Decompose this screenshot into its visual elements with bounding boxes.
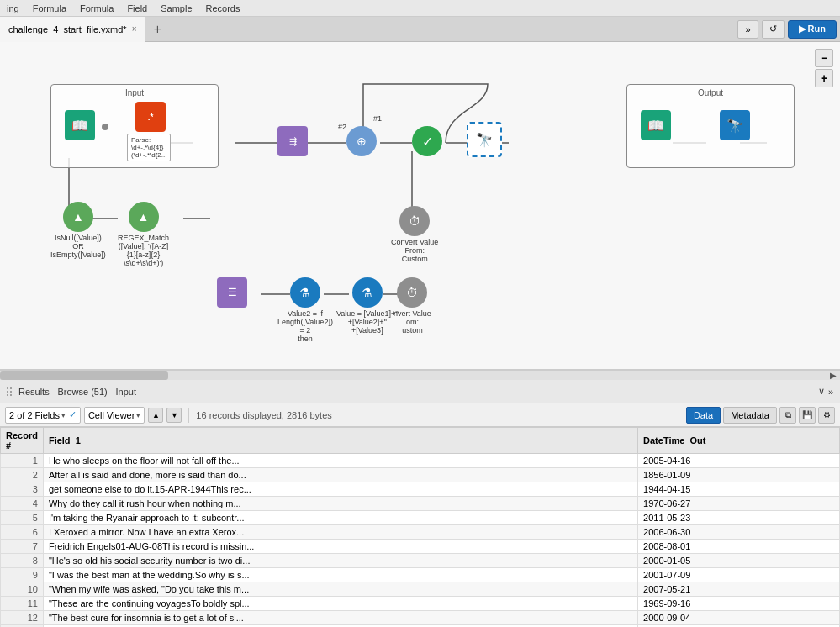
table-row[interactable]: 11"These are the continuing voyagesTo bo… [1,597,840,611]
filter-icon-1[interactable]: ▲ [63,202,93,232]
table-row[interactable]: 4Why do they call it rush hour when noth… [1,497,840,511]
table-row[interactable]: 1He who sleeps on the floor will not fal… [1,454,840,468]
fields-check: ✓ [69,409,77,420]
scroll-right-btn[interactable]: ▶ [830,371,837,380]
output-container: Output 📖 🔭 [626,84,795,168]
field1-cell: "When my wife was asked, "Do you take th… [43,582,637,597]
record-num-cell: 11 [1,597,44,611]
datetime-cell: 1856-01-09 [638,468,840,482]
flask-icon-2[interactable]: ⚗ [352,277,383,308]
record-num-cell: 12 [1,611,44,625]
check-icon[interactable]: ✓ [412,126,442,156]
timer-icon-1[interactable]: ⏱ [397,277,427,308]
book-icon: 📖 [71,118,88,134]
check-node: ✓ [412,126,442,156]
save-icon-btn[interactable]: 💾 [799,407,816,424]
field1-cell: I'm taking the Ryanair approach to it: s… [43,511,637,525]
output-browse-node: 🔭 [720,110,750,140]
table-row[interactable]: 10"When my wife was asked, "Do you take … [1,582,840,597]
table-row[interactable]: 8"He's so old his social security number… [1,554,840,568]
flask-icon-1[interactable]: ⚗ [290,277,320,308]
settings-icon-btn[interactable]: ⚙ [818,407,835,424]
join-icon[interactable]: ⊕ [346,126,377,156]
record-num-cell: 10 [1,582,44,597]
table-row[interactable]: 9"I was the best man at the wedding.So w… [1,568,840,582]
canvas-area[interactable]: Input 📖 .* Parse:\d+-.*\d{4}}(\d+-.*\d{2… [0,42,840,370]
fields-selector[interactable]: 2 of 2 Fields ▾ ✓ [5,407,81,424]
timer-node-2: ⏱ Convert ValueFrom:Custom [391,206,438,263]
viewer-selector[interactable]: Cell Viewer ▾ [84,407,145,424]
timer-icon-2[interactable]: ⏱ [399,206,430,236]
table-header: Record # Field_1 DateTime_Out [1,428,840,454]
datetime-cell: 2005-04-16 [638,454,840,468]
datetime-cell: 2007-05-21 [638,582,840,597]
regex-icon-input[interactable]: .* [135,102,166,132]
record-num-cell: 6 [1,525,44,540]
table-row[interactable]: 12"The best cure for insomnia is to get … [1,611,840,625]
filter-icon-2[interactable]: ▲ [129,202,159,232]
fields-label: 2 of 2 Fields [9,410,60,420]
table-row[interactable]: 2After all is said and done, more is sai… [1,468,840,482]
table-row[interactable]: 5I'm taking the Ryanair approach to it: … [1,511,840,525]
datetime-cell: 2000-09-04 [638,611,840,625]
record-info: 16 records displayed, 2816 bytes [196,410,331,420]
timer-label-2: Convert ValueFrom:Custom [391,238,438,263]
fields-chevron[interactable]: ▾ [61,411,66,419]
viewer-chevron[interactable]: ▾ [136,411,140,419]
table-row[interactable]: 6I Xeroxed a mirror. Now I have an extra… [1,525,840,540]
menu-item-sample[interactable]: Sample [161,3,192,13]
canvas-scroll-thumb[interactable] [0,371,168,380]
table-row[interactable]: 3get someone else to do it.15-APR-1944Th… [1,482,840,497]
sort-down-btn[interactable]: ▼ [166,408,182,423]
results-toolbar: 2 of 2 Fields ▾ ✓ Cell Viewer ▾ ▲ ▼ 16 r… [0,403,840,427]
filter-label-2: REGEX_Match([Value], '([A-Z]{1}[a-z]{2}\… [118,234,169,267]
viewer-label: Cell Viewer [88,410,135,420]
sequence-icon[interactable]: ⇶ [277,126,308,156]
overflow-button[interactable]: » [737,20,758,39]
zoom-plus-btn[interactable]: + [815,69,833,87]
col-header-field1[interactable]: Field_1 [43,428,637,454]
menu-item-ing[interactable]: ing [7,3,19,13]
menu-item-formula1[interactable]: Formula [33,3,66,13]
sort-up-btn[interactable]: ▲ [148,408,163,423]
tab-add-button[interactable]: + [145,18,169,41]
data-table[interactable]: Record # Field_1 DateTime_Out 1He who sl… [0,427,840,627]
zoom-minus-btn[interactable]: − [815,49,833,67]
table-row[interactable]: 7Freidrich Engels01-AUG-08This record is… [1,540,840,554]
output-browse-icon[interactable]: 🔭 [720,110,750,140]
data-tab[interactable]: Data [686,407,721,424]
field1-cell: I Xeroxed a mirror. Now I have an extra … [43,525,637,540]
run-button[interactable]: ▶ Run [788,20,837,39]
field1-cell: "I was the best man at the wedding.So wh… [43,568,637,582]
tab-close-btn[interactable]: × [132,24,137,34]
record-num-cell: 9 [1,568,44,582]
drag-handle[interactable] [7,387,12,396]
datetime-cell: 1969-09-16 [638,597,840,611]
copy-icon-btn[interactable]: ⧉ [779,407,796,424]
right-buttons: Data Metadata ⧉ 💾 ⚙ [686,407,835,424]
separator-1 [188,408,189,423]
metadata-tab[interactable]: Metadata [723,407,777,424]
col-header-datetime[interactable]: DateTime_Out [638,428,840,454]
field1-cell: "These are the continuing voyagesTo bold… [43,597,637,611]
menu-item-field[interactable]: Field [127,3,147,13]
history-button[interactable]: ↺ [762,20,785,39]
flask-label-1: Value2 = ifLength([Value2])= 2then [277,309,333,343]
timer-node-1: ⏱ nvert Valueom:ustom [394,277,431,335]
output-title: Output [698,88,723,97]
output-input-icon[interactable]: 📖 [641,110,671,140]
join-label-1: #1 [373,114,382,123]
results-expand-icon[interactable]: » [828,387,833,397]
field1-cell: get someone else to do it.15-APR-1944Thi… [43,482,637,497]
canvas-scrollbar[interactable]: ◀ ▶ [0,370,840,380]
select-icon[interactable]: ☰ [217,277,247,308]
input-node-icon[interactable]: 📖 [65,110,95,140]
main-tab[interactable]: challenge_4_start_file.yxmd* × [0,17,145,42]
browse-main-icon[interactable]: 🔭 [467,122,502,157]
results-panel: Results - Browse (51) - Input ∨ » 2 of 2… [0,380,840,627]
menu-item-formula2[interactable]: Formula [80,3,114,13]
results-collapse-icon[interactable]: ∨ [818,386,825,397]
datetime-cell: 2000-01-05 [638,554,840,568]
col-header-record[interactable]: Record # [1,428,44,454]
menu-item-records[interactable]: Records [206,3,240,13]
